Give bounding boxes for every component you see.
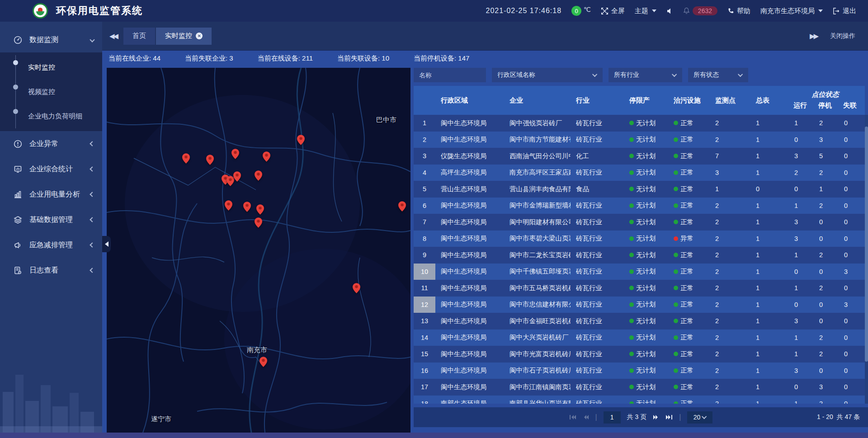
map-pin[interactable] [256, 204, 264, 215]
map-pin[interactable] [255, 170, 262, 181]
org-menu[interactable]: 南充市生态环境局 [760, 7, 823, 15]
sidebar-item-5[interactable]: 应急减排管理 [0, 232, 102, 258]
cell-index: 16 [414, 363, 435, 379]
sidebar-item-1[interactable]: 企业异常 [0, 131, 102, 156]
chevron-down-icon [90, 37, 94, 42]
table-row[interactable]: 3仪陇生态环境局西南油气田分公司川中化工无计划正常71350 [414, 148, 865, 165]
notifications[interactable]: 2632 [683, 6, 717, 15]
name-search-input[interactable] [414, 68, 486, 82]
map-pin[interactable] [255, 217, 262, 228]
last-page-button[interactable] [665, 414, 673, 420]
bottom-decoration-strip [0, 433, 868, 438]
map-panel[interactable]: 巴中市南充市遂宁市 [107, 68, 410, 433]
table-row[interactable]: 9阆中生态环境局阆中市二龙长宝页岩砖砖瓦行业无计划正常21120 [414, 247, 865, 264]
map-pin[interactable] [231, 149, 239, 159]
sidebar-item-4[interactable]: 基础数据管理 [0, 207, 102, 232]
table-row[interactable]: 17阆中生态环境局阆中市江南镇阆南页岩砖瓦行业无计划正常21030 [414, 379, 865, 396]
cell-meters: 1 [750, 379, 789, 396]
cell-region: 仪陇生态环境局 [435, 148, 504, 165]
map-pin[interactable] [353, 283, 360, 293]
cell-points: 3 [710, 165, 750, 181]
region-select[interactable]: 行政区域名称 [492, 68, 603, 82]
map-pin[interactable] [259, 357, 267, 367]
sidebar-subitem[interactable]: 实时监控 [0, 55, 102, 80]
chevron-down-icon [592, 72, 597, 77]
table-row[interactable]: 13阆中生态环境局阆中市金福旺页岩机砖砖瓦行业无计划正常21300 [414, 313, 865, 330]
cell-company: 阆中市南方节能建材有 [504, 132, 571, 148]
theme-menu[interactable]: 主题 [635, 7, 656, 15]
table-row[interactable]: 6阆中生态环境局阆中市金博瑞新型墙材砖瓦行业无计划正常21120 [414, 198, 865, 214]
table-scrollbar[interactable] [865, 115, 868, 404]
cell-stop: 2 [814, 330, 839, 346]
table-row[interactable]: 18南部生态环境局南部县兴华山页岩有限公砖瓦行业无计划正常21120 [414, 396, 865, 404]
cell-limit-status: 无计划 [624, 231, 668, 247]
sidebar-item-3[interactable]: 企业用电量分析 [0, 182, 102, 207]
tabs-scroll-right-button[interactable]: ▶▶ [810, 32, 817, 40]
table-row[interactable]: 14阆中生态环境局阆中大兴页岩机砖厂砖瓦行业无计划正常21120 [414, 330, 865, 346]
next-page-button[interactable] [653, 414, 659, 420]
page-size-select[interactable]: 20 [687, 411, 712, 424]
table-row[interactable]: 5营山生态环境局营山县润丰肉食品有限食品无计划正常10010 [414, 181, 865, 198]
tab-实时监控[interactable]: 实时监控✕ [156, 28, 212, 45]
table-row[interactable]: 2阆中生态环境局阆中市南方节能建材有砖瓦行业无计划正常21030 [414, 132, 865, 148]
table-row[interactable]: 8阆中生态环境局阆中市枣碧大梁山页岩砖瓦行业无计划异常21300 [414, 231, 865, 247]
chevron-left-icon [90, 166, 94, 171]
cell-lost: 3 [839, 264, 862, 280]
help-button[interactable]: 帮助 [727, 7, 750, 15]
sidebar-item-0[interactable]: 数据监测 [0, 27, 102, 52]
table-row[interactable]: 10阆中生态环境局阆中千佛镇五郎垭页岩砖瓦行业无计划正常21003 [414, 264, 865, 280]
mute-button[interactable] [666, 8, 673, 14]
status-dot [674, 253, 678, 257]
cell-facility-status: 正常 [668, 297, 710, 313]
sidebar-item-6[interactable]: 日志查看 [0, 258, 102, 283]
close-operations-button[interactable]: 关闭操作 [830, 32, 855, 40]
table-row[interactable]: 7阆中生态环境局阆中明阳建材有限公司砖瓦行业无计划正常21300 [414, 214, 865, 231]
cell-points: 2 [710, 247, 750, 264]
panel-collapse-handle[interactable] [102, 236, 111, 252]
industry-select[interactable]: 所有行业 [609, 68, 682, 82]
cell-meters: 1 [750, 330, 789, 346]
table-row[interactable]: 16阆中生态环境局阆中市石子页岩机砖厂砖瓦行业无计划正常21300 [414, 363, 865, 379]
map-pin[interactable] [398, 201, 406, 212]
cell-facility-status: 正常 [668, 165, 710, 181]
sidebar-item-2[interactable]: 企业综合统计 [0, 156, 102, 182]
status-select[interactable]: 所有状态 [688, 68, 748, 82]
map-pin[interactable] [225, 200, 232, 211]
map-pin[interactable] [297, 135, 305, 145]
tabs-scroll-left-button[interactable]: ◀◀ [109, 32, 117, 40]
fullscreen-button[interactable]: 全屏 [601, 7, 625, 15]
cell-points: 7 [710, 148, 750, 165]
gauge-icon [14, 36, 22, 44]
sidebar-subitem[interactable]: 视频监控 [0, 80, 102, 104]
cell-limit-status: 无计划 [624, 396, 668, 404]
cell-company: 阆中市五马桥页岩机砖 [504, 280, 571, 297]
table-row[interactable]: 1阆中生态环境局阆中强锐页岩砖厂砖瓦行业无计划正常21120 [414, 115, 865, 132]
cell-index: 10 [414, 264, 435, 280]
map-pin[interactable] [182, 153, 190, 164]
cell-facility-status: 正常 [668, 115, 710, 132]
first-page-button[interactable] [569, 414, 576, 420]
cell-region: 高坪生态环境局 [435, 165, 504, 181]
table-row[interactable]: 11阆中生态环境局阆中市五马桥页岩机砖砖瓦行业无计划正常21120 [414, 280, 865, 297]
map-pin[interactable] [206, 155, 214, 165]
cell-run: 3 [789, 313, 814, 330]
map-pin[interactable] [233, 171, 241, 182]
close-icon[interactable]: ✕ [196, 33, 203, 39]
chevron-down-icon [652, 9, 656, 12]
cell-lost: 0 [839, 214, 862, 231]
sidebar-subitem[interactable]: 企业电力负荷明细 [0, 104, 102, 128]
map-pin[interactable] [243, 202, 251, 212]
tab-首页[interactable]: 首页 [123, 28, 155, 45]
logout-button[interactable]: 退出 [833, 7, 856, 15]
status-dot [629, 385, 634, 389]
table-row[interactable]: 4高坪生态环境局南充市高坪区王家店建砖瓦行业无计划正常31220 [414, 165, 865, 181]
cell-run: 0 [789, 132, 814, 148]
prev-page-button[interactable] [583, 414, 589, 420]
chevron-left-icon [90, 192, 94, 197]
scrollbar-thumb[interactable] [865, 127, 868, 362]
map-pin[interactable] [263, 151, 270, 162]
table-row[interactable]: 15阆中生态环境局阆中市光富页岩机砖厂砖瓦行业无计划正常21120 [414, 346, 865, 363]
page-number-input[interactable]: 1 [604, 411, 621, 424]
table-row[interactable]: 12阆中生态环境局阆中市忠信建材有限公砖瓦行业无计划正常21003 [414, 297, 865, 313]
cell-facility-status: 正常 [668, 264, 710, 280]
